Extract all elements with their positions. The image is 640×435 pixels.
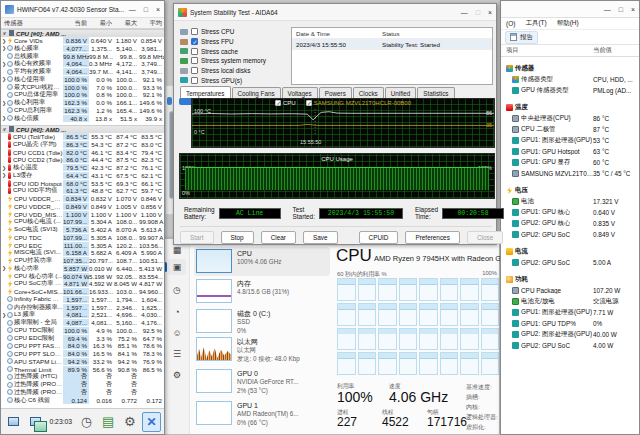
sensor-item-row[interactable]: GPU1: 图形处理器(GPU)53 °C [501,135,639,146]
hwinfo-column-headers[interactable]: 传感器当前最小最大平均 [1,18,164,29]
sensor-row[interactable]: CPU EDC限制69.4 %3.3 %75.2 %64.7 % [1,334,164,342]
sensor-row[interactable]: CPU TDC107.99...5.305 A108.0...99.907 A [1,234,164,242]
stop-button[interactable]: Stop [221,231,254,244]
report-button[interactable]: 报告 [505,31,538,44]
stress-checkbox[interactable] [191,28,198,35]
sensor-item-row[interactable]: GPU1: GPU 核心0.640 V [501,207,639,218]
performance-icon[interactable]: ▣ [168,259,186,275]
sensor-item-row[interactable]: 电池17.321 V [501,196,639,207]
sensor-row[interactable]: CPU PPT SLOW ...84.0 %16.5 %84.1 %78.3 % [1,350,164,358]
sensor-item-row[interactable]: GPU2: GPU 核心0.835 V [501,218,639,229]
app-history-icon[interactable]: ◷ [168,282,186,298]
core-usage-cell [358,303,377,326]
minimize-icon[interactable]: — [604,6,611,13]
sensor-row[interactable]: APU STAPM Limit94.2 %33.2 %94.2 %76.9 % [1,358,164,366]
sensor-row[interactable]: CPU晶壳 (平均)86.3 °C54.3 °C87.2 °C83.0 °C [1,141,164,149]
menu-item[interactable]: 工具(T) [525,19,546,28]
sensor-item-row[interactable]: GPU1: GPU 显存60 °C [501,157,639,168]
section-功耗[interactable]: 功耗 [501,274,639,285]
sensor-item-row[interactable]: GPU2: GPU SoC4.00 W [501,340,639,351]
core-usage-cell [440,278,459,301]
sensor-group-header[interactable]: ∨CPU [#0]: AMD ... [1,29,164,37]
sensor-item-row[interactable]: GPU 传感器类型PMLog (AD... [501,85,639,96]
col-1[interactable]: 当前 [63,19,89,28]
clear-button[interactable]: Clear [261,231,296,244]
clock-button[interactable]: ◷ [77,412,96,432]
cpuid-button[interactable]: CPUID [359,231,399,244]
menu-item[interactable]: 帮助(H) [557,19,579,28]
close-icon[interactable]: × [156,6,160,13]
log-header-row[interactable]: Date & TimeStatus [292,28,492,39]
section-电压[interactable]: 电压 [501,185,639,196]
sensor-group-header[interactable]: ∨CPU [#0]: AMD ... [1,125,164,133]
menu-item[interactable]: (O) [506,20,515,27]
minimize-icon[interactable]: — [461,9,468,16]
sensor-item-row[interactable]: GPU1: 图形处理器(GPU)7.71 W [501,307,639,318]
monitors-button[interactable] [26,412,45,432]
preferences-button[interactable]: Preferences [405,231,459,244]
sidebar-item-磁盘-0-(C:)[interactable]: 磁盘 0 (C:)SSD0% [194,307,330,336]
stress-checkbox[interactable] [191,67,198,74]
hwinfo-sensor-table[interactable]: ∨CPU [#0]: AMD ...❯Core VIDs0.836 V0.640… [1,29,164,408]
col-sensor[interactable]: 传感器 [1,19,63,28]
col-4[interactable]: 平均 [139,19,164,28]
temperature-graph: CPUSAMSUNG MZVL21T0HCLR-00B00 100 °C 0 °… [191,98,495,148]
section-传感器[interactable]: 传感器 [501,63,639,74]
stress-checkbox[interactable] [191,57,198,64]
section-温度[interactable]: 温度 [501,102,639,113]
sensor-item-row[interactable]: 电池充/放电交流电源 [501,296,639,307]
thermometer-icon [8,149,11,156]
col-2[interactable]: 最小 [89,19,114,28]
section-电流[interactable]: 电流 [501,246,639,257]
sensor-row[interactable]: CPU VDDCR_SO...0.849 V0.849 V1.005 V0.85… [1,203,164,211]
sensors-settings-button[interactable] [4,412,23,432]
sensor-row[interactable]: 核心 C6 残留0.1240.0160.7720.172 [1,396,164,404]
close-button[interactable]: Close [467,231,503,244]
sensor-row[interactable]: CPU IOD平均值61.3 °C48.8 °C62.7 °C59.7 °C [1,187,164,195]
sensor-item-row[interactable]: GPU2: 图形处理器(GPU)40.00 W [501,329,639,340]
sidebar-item-GPU-0[interactable]: GPU 0NVIDIA GeForce RT...2% (53 °C) [194,367,330,396]
stress-checkbox[interactable] [191,77,198,84]
users-icon[interactable]: ☺ [168,325,186,341]
sensor-row[interactable]: CPU VDDCR_VD...0.834 V0.832 V1.070 V0.84… [1,195,164,203]
close-icon[interactable]: × [631,6,635,13]
sidebar-item-GPU-1[interactable]: GPU 1AMD Radeon(TM) 6...0% (66 °C) [194,399,330,428]
settings-button[interactable]: ⚙ [121,412,140,432]
stress-checkbox[interactable] [191,48,198,55]
usage-bottom-left: 0% [182,190,190,196]
sensor-row[interactable]: ❯L3缓存64.4 °C43.1 °C67.5 °C62.1 °C [1,172,164,180]
sensor-row[interactable]: ❯核心倍频40.8 x13.8 x51.5 x39.9 x [1,114,164,122]
col-3[interactable]: 最大 [114,19,139,28]
sensor-item-row[interactable]: GPU2: GPU SoC5.00 A [501,257,639,268]
save-button[interactable]: Save [303,231,338,244]
startup-apps-icon[interactable]: ◔ [168,304,186,320]
log-row[interactable]: 2023/4/3 15:55:50Stability Test: Started [292,39,492,50]
sensor-row[interactable]: SoC电流 (SVI3)5.736 A5.402 A8.070 A5.613 A [1,226,164,234]
sensor-item-row[interactable]: SAMSUNG MZVL21T0HCLR-...35 °C / 45 °C [501,168,639,179]
details-icon[interactable]: ☰ [168,346,186,362]
sensor-row[interactable]: CPU CCD1 (Tdie)82.0 °C46.1 °C83.4 °C79.4… [1,148,164,156]
maximize-icon[interactable]: □ [476,9,480,16]
start-button[interactable]: Start [180,231,214,244]
sensor-item-row[interactable]: CPU Package107.20 W [501,285,639,296]
sensor-item-row[interactable]: GPU2: GPU SoC0.849 V [501,229,639,240]
item-value: PMLog (AD... [593,87,631,94]
sidebar-item-CPU[interactable]: CPU100% 4.06 GHz [194,247,330,276]
sensor-row[interactable]: CPU SoC功率 (S...4.871 W4.592 W8.045 W4.81… [1,280,164,288]
sensor-item-row[interactable]: 中央处理器(CPU)86 °C [501,113,639,124]
sensor-item-row[interactable]: CPU 二极管87 °C [501,124,639,135]
maximize-icon[interactable]: □ [619,6,623,13]
close-sensors-button[interactable]: ✕ [142,412,161,432]
close-icon[interactable]: × [488,9,492,16]
minimize-icon[interactable]: — [129,6,136,13]
sidebar-item-内存[interactable]: 内存4.8/15.6 GB (31%) [194,277,330,306]
sidebar-item-以太网[interactable]: 以太网以太网发送: 0 接收: 48.0 Kbp [194,335,330,364]
stress-checkbox[interactable] [191,38,198,45]
logging-button[interactable]: ▤ [99,412,118,432]
sensor-item-row[interactable]: GPU1: GPU TDP%0% [501,318,639,329]
sensor-item-row[interactable]: GPU1: GPU Hotspot63 °C [501,146,639,157]
services-icon[interactable]: ⚙ [168,367,186,383]
maximize-icon[interactable]: □ [144,6,148,13]
sensor-item-row[interactable]: 传感器类型CPU, HDD, ... [501,74,639,85]
sensor-row[interactable]: CPU PPT FAST ...84.0 %16.3 %85.1 %78.6 % [1,342,164,350]
